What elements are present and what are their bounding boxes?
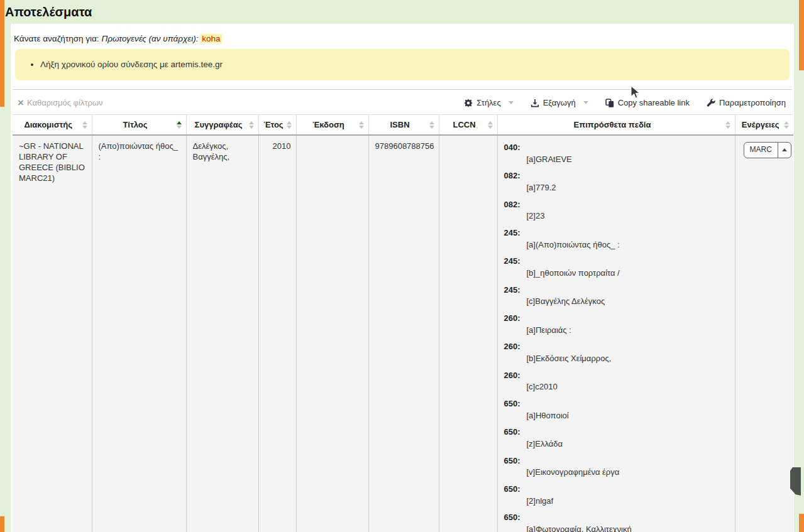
marc-subfield: [2]23 [504, 210, 729, 222]
columns-label: Στήλες [476, 98, 500, 107]
marc-tag: 650: [504, 426, 729, 438]
marc-tag: 650: [504, 511, 729, 524]
sort-icon [784, 121, 789, 129]
left-edge-accent-top [0, 0, 4, 107]
marc-button[interactable]: MARC [744, 143, 778, 158]
marc-field: 650: [z]Ελλάδα [504, 426, 729, 450]
chevron-up-icon [782, 148, 787, 151]
marc-subfield: [2]nlgaf [504, 496, 729, 508]
search-summary-prefix: Κάνατε αναζήτηση για: [14, 34, 101, 43]
configure-button[interactable]: Παραμετροποίηση [707, 98, 786, 107]
page-title: Αποτελέσματα [0, 0, 804, 24]
cell-lccn [439, 135, 497, 532]
marc-field: 650: [a]Ηθοποιοί [504, 398, 729, 421]
marc-tag: 040: [504, 141, 729, 154]
marc-tag: 260: [504, 340, 729, 353]
cell-server: ~GR - NATIONAL LIBRARY OF GREECE (BIBLIO… [13, 135, 92, 532]
results-panel: Κάνατε αναζήτηση για: Πρωτογενές (αν υπά… [11, 24, 794, 532]
search-term-highlight: koha [201, 34, 221, 43]
marc-tag: 650: [504, 483, 729, 496]
column-header-author[interactable]: Συγγραφέας [186, 115, 258, 136]
columns-button[interactable]: Στήλες [464, 98, 513, 107]
marc-subfield: [c]Βαγγέλης Δελέγκος [504, 296, 729, 308]
download-icon [531, 99, 539, 107]
clear-filters-button[interactable]: × Καθαρισμός φίλτρων [18, 98, 103, 107]
marc-subfield: [a]GRAtEVE [504, 154, 729, 166]
chevron-down-icon [583, 101, 588, 104]
column-header-title[interactable]: Τίτλος [92, 115, 186, 136]
copy-shareable-link-button[interactable]: Copy shareable link [605, 98, 690, 107]
column-header-extra-fields[interactable]: Επιπρόσθετα πεδία [497, 115, 735, 136]
header-row: Διακομιστής Τίτλος Συγγραφέας Έτος Έκδοσ… [13, 115, 793, 136]
marc-tag: 260: [504, 312, 729, 325]
marc-field: 650: [2]nlgaf [504, 483, 729, 507]
marc-field: 082: [a]779.2 [504, 170, 729, 193]
marc-subfield: [v]Εικονογραφημένα έργα [504, 467, 729, 479]
marc-subfield: [b]_ηθοποιών πορτραίτα / [504, 268, 729, 280]
sort-icon [429, 121, 434, 129]
marc-field: 245: [b]_ηθοποιών πορτραίτα / [504, 255, 729, 279]
cell-actions: MARC [735, 135, 793, 532]
timeout-alert: Λήξη χρονικού ορίου σύνδεσης με artemis.… [15, 49, 790, 80]
marc-subfield: [a](Απο)ποιώντας ήθος_ : [504, 239, 729, 251]
marc-tag: 650: [504, 455, 729, 467]
sort-asc-icon [177, 121, 182, 129]
sort-icon [359, 121, 364, 129]
results-table: Διακομιστής Τίτλος Συγγραφέας Έτος Έκδοσ… [13, 114, 793, 532]
marc-field: 650: [a]Φωτογραφία, Καλλιτεχνική [504, 511, 729, 532]
table-toolbar: × Καθαρισμός φίλτρων Στήλες Εξαγωγή Copy… [13, 90, 792, 114]
marc-subfield: [z]Ελλάδα [504, 438, 729, 450]
marc-tag: 260: [504, 369, 729, 382]
copy-icon [605, 99, 614, 107]
right-edge-accent-top [799, 0, 804, 70]
column-header-edition[interactable]: Έκδοση [296, 115, 368, 136]
marc-dropdown-toggle[interactable] [778, 143, 791, 158]
export-label: Εξαγωγή [543, 98, 576, 107]
cell-edition [296, 135, 368, 532]
sort-icon [488, 121, 493, 129]
sort-icon [725, 121, 730, 129]
chevron-down-icon [509, 101, 514, 104]
marc-field: 260: [b]Εκδόσεις Χείμαρρος, [504, 340, 729, 364]
marc-tag: 650: [504, 398, 729, 410]
x-icon: × [18, 99, 24, 107]
column-header-isbn[interactable]: ISBN [368, 115, 439, 136]
marc-field: 260: [c]c2010 [504, 369, 729, 393]
marc-tag: 245: [504, 255, 729, 268]
marc-field: 650: [v]Εικονογραφημένα έργα [504, 455, 729, 479]
marc-field-list: 040: [a]GRAtEVE 082: [a]779.2 082: [504, 141, 729, 532]
wrench-icon [707, 99, 715, 107]
marc-subfield: [c]c2010 [504, 381, 729, 393]
marc-subfield: [b]Εκδόσεις Χείμαρρος, [504, 353, 729, 365]
marc-field: 082: [2]23 [504, 198, 729, 222]
export-button[interactable]: Εξαγωγή [531, 98, 588, 107]
marc-subfield: [a]Ηθοποιοί [504, 410, 729, 422]
table-row: ~GR - NATIONAL LIBRARY OF GREECE (BIBLIO… [13, 135, 793, 532]
cell-title: (Απο)ποιώντας ήθος_ : [92, 135, 186, 532]
search-summary: Κάνατε αναζήτηση για: Πρωτογενές (αν υπά… [14, 34, 791, 43]
column-header-year[interactable]: Έτος [258, 115, 296, 136]
marc-field: 260: [a]Πειραιάς : [504, 312, 729, 336]
table-tools: Στήλες Εξαγωγή Copy shareable link Παραμ… [464, 98, 786, 107]
marc-tag: 082: [504, 198, 729, 211]
sort-icon [82, 121, 87, 129]
marc-tag: 245: [504, 284, 729, 296]
marc-split-button: MARC [744, 142, 791, 158]
marc-field: 245: [c]Βαγγέλης Δελέγκος [504, 284, 729, 308]
marc-tag: 245: [504, 227, 729, 239]
clear-filters-label: Καθαρισμός φίλτρων [27, 98, 103, 107]
marc-subfield: [a]779.2 [504, 182, 729, 194]
copy-shareable-link-label: Copy shareable link [618, 98, 690, 107]
cell-year: 2010 [258, 135, 296, 532]
marc-field: 040: [a]GRAtEVE [504, 141, 729, 165]
cell-author: Δελέγκος, Βαγγέλης, [186, 135, 258, 532]
configure-label: Παραμετροποίηση [719, 98, 786, 107]
right-edge-accent-bottom [799, 514, 804, 532]
sort-icon [249, 121, 254, 129]
column-header-lccn[interactable]: LCCN [439, 115, 497, 136]
search-field-label: Πρωτογενές (αν υπάρχει): [101, 34, 201, 43]
marc-field: 245: [a](Απο)ποιώντας ήθος_ : [504, 227, 729, 251]
column-header-actions[interactable]: Ενέργειες [735, 115, 793, 136]
left-edge-accent-bottom [0, 516, 4, 532]
column-header-server[interactable]: Διακομιστής [13, 115, 92, 136]
